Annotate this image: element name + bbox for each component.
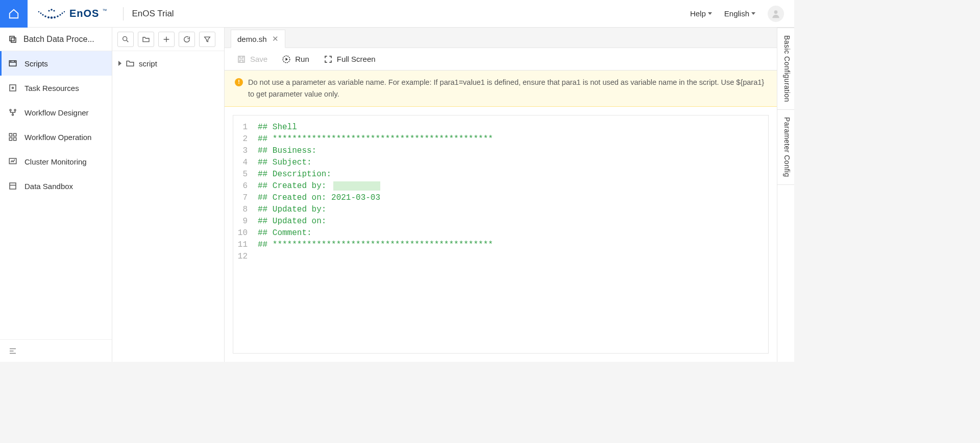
right-rail: Basic Configuration Parameter Config <box>777 28 794 362</box>
svg-rect-17 <box>9 61 16 66</box>
rail-tab-parameter-config[interactable]: Parameter Config <box>777 110 794 185</box>
refresh-button[interactable] <box>179 32 195 47</box>
svg-point-8 <box>59 14 61 15</box>
sidebar-items: Scripts Task Resources Workflow Designer… <box>0 51 112 339</box>
caret-down-icon <box>751 12 755 15</box>
file-explorer: script <box>112 28 225 362</box>
operation-icon <box>8 132 17 142</box>
code-line: 6## Created by: <box>233 180 768 192</box>
code-line: 7## Created on: 2021-03-03 <box>233 192 768 204</box>
logo-trademark: ™ <box>102 8 107 13</box>
explorer-toolbar <box>112 28 224 51</box>
svg-point-14 <box>774 10 778 14</box>
app-title: EnOS Trial <box>132 9 174 19</box>
svg-point-22 <box>12 114 14 115</box>
sidebar-item-label: Workflow Designer <box>24 108 89 117</box>
save-button[interactable]: Save <box>237 55 267 64</box>
tree-folder-script[interactable]: script <box>118 56 218 71</box>
run-label: Run <box>295 55 309 63</box>
sidebar: Batch Data Proce... Scripts Task Resourc… <box>0 28 112 362</box>
user-icon <box>771 9 781 19</box>
code-editor[interactable]: 1## Shell2## ***************************… <box>233 115 769 354</box>
folder-button[interactable] <box>138 32 154 47</box>
editor-zone: demo.sh ✕ Save Run Full Screen <box>225 28 777 362</box>
language-label: English <box>724 9 749 18</box>
home-button[interactable] <box>0 0 28 28</box>
code-line: 10## Comment: <box>233 227 768 239</box>
folder-icon <box>142 35 150 43</box>
code-line: 2## ************************************… <box>233 133 768 145</box>
code-line: 12 <box>233 251 768 263</box>
svg-rect-23 <box>9 133 12 136</box>
svg-point-29 <box>123 36 127 40</box>
caret-right-icon <box>118 61 121 66</box>
svg-point-11 <box>48 10 50 11</box>
sidebar-collapse[interactable] <box>0 339 112 362</box>
fullscreen-button[interactable]: Full Screen <box>324 55 376 64</box>
svg-rect-24 <box>14 133 16 136</box>
sidebar-item-task-resources[interactable]: Task Resources <box>0 76 112 100</box>
svg-rect-15 <box>10 36 14 41</box>
svg-point-10 <box>64 11 65 12</box>
explorer-tree: script <box>112 51 224 362</box>
svg-point-6 <box>54 16 56 18</box>
info-banner: ! Do not use a parameter as variable nam… <box>225 71 777 107</box>
svg-point-12 <box>51 9 53 11</box>
svg-point-20 <box>10 109 11 111</box>
help-label: Help <box>690 9 706 18</box>
sidebar-section-header[interactable]: Batch Data Proce... <box>0 28 112 51</box>
sidebar-section-title: Batch Data Proce... <box>23 35 94 44</box>
action-bar: Save Run Full Screen <box>225 48 777 71</box>
fullscreen-label: Full Screen <box>337 55 376 63</box>
sidebar-item-data-sandbox[interactable]: Data Sandbox <box>0 174 112 198</box>
sidebar-item-label: Data Sandbox <box>24 182 73 191</box>
code-line: 5## Description: <box>233 169 768 180</box>
sidebar-item-label: Scripts <box>24 59 48 68</box>
run-button[interactable]: Run <box>282 55 309 64</box>
language-dropdown[interactable]: English <box>724 9 755 18</box>
svg-point-0 <box>38 11 39 12</box>
svg-rect-26 <box>14 138 16 141</box>
refresh-icon <box>183 35 191 43</box>
banner-text: Do not use a parameter as variable name.… <box>248 77 767 100</box>
search-icon <box>121 35 130 43</box>
svg-point-9 <box>62 12 63 14</box>
rail-tab-basic-config[interactable]: Basic Configuration <box>777 28 794 110</box>
filter-button[interactable] <box>199 32 215 47</box>
svg-rect-25 <box>9 138 12 141</box>
resource-icon <box>8 83 17 92</box>
sidebar-item-workflow-operation[interactable]: Workflow Operation <box>0 125 112 149</box>
sidebar-item-scripts[interactable]: Scripts <box>0 51 112 76</box>
copy-icon <box>8 35 17 44</box>
code-line: 11## ***********************************… <box>233 239 768 251</box>
code-wrap: 1## Shell2## ***************************… <box>225 107 777 362</box>
avatar[interactable] <box>768 6 784 22</box>
svg-point-1 <box>40 12 42 14</box>
logo-text: EnOS <box>69 8 99 19</box>
collapse-icon <box>8 346 17 356</box>
sidebar-item-label: Workflow Operation <box>24 133 91 142</box>
folder-icon <box>126 59 135 68</box>
svg-point-3 <box>44 15 46 17</box>
sidebar-item-workflow-designer[interactable]: Workflow Designer <box>0 100 112 125</box>
fullscreen-icon <box>324 55 333 64</box>
tab-demo-sh[interactable]: demo.sh ✕ <box>231 30 285 48</box>
sidebar-item-label: Task Resources <box>24 84 79 92</box>
code-line: 1## Shell <box>233 122 768 133</box>
svg-point-7 <box>57 15 59 17</box>
tab-close-button[interactable]: ✕ <box>272 34 279 43</box>
svg-point-4 <box>47 16 50 18</box>
svg-rect-30 <box>238 56 244 62</box>
sidebar-item-cluster-monitoring[interactable]: Cluster Monitoring <box>0 149 112 174</box>
main-area: demo.sh ✕ Save Run Full Screen <box>225 28 794 362</box>
help-dropdown[interactable]: Help <box>690 9 712 18</box>
save-label: Save <box>250 55 267 63</box>
svg-rect-16 <box>11 38 16 42</box>
monitor-icon <box>8 157 17 166</box>
search-button[interactable] <box>117 32 134 47</box>
add-button[interactable] <box>158 32 175 47</box>
header-divider <box>123 7 124 20</box>
svg-point-2 <box>42 14 43 15</box>
filter-icon <box>203 35 211 43</box>
tree-item-label: script <box>139 59 157 68</box>
